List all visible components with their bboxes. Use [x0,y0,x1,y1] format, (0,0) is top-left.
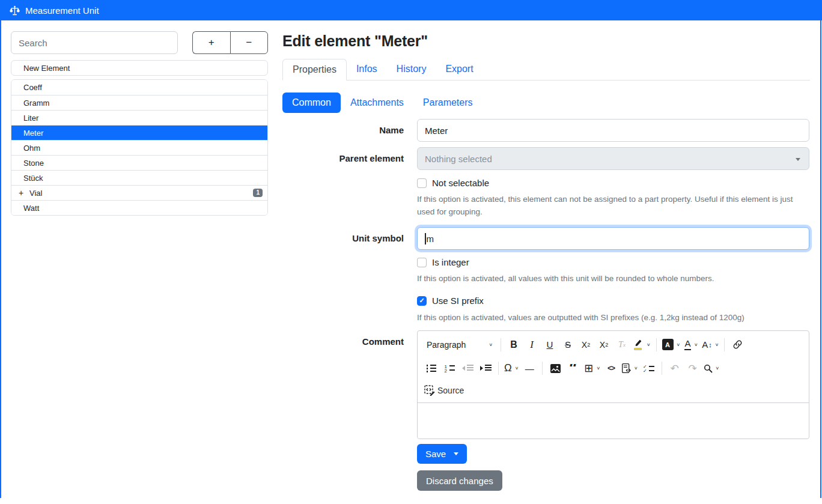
superscript-base: X [600,340,605,350]
tree-item-stone[interactable]: Stone [11,155,267,170]
toolbar-separator [662,362,662,375]
code-block-icon [622,363,631,373]
tree-item-vial[interactable]: + Vial 1 [11,185,267,200]
superscript-digit: 2 [605,342,608,348]
discard-changes-button[interactable]: Discard changes [417,470,502,491]
collapse-all-button[interactable]: − [230,31,269,54]
remove-format-icon[interactable]: Tx [615,336,629,353]
tree-item-label: Stück [23,174,43,183]
toolbar-separator [501,338,501,351]
paragraph-format-dropdown[interactable]: Paragraph ∨ [424,336,495,353]
chevron-down-icon: ∨ [716,366,720,371]
not-selectable-checkbox[interactable] [417,178,427,188]
unit-symbol-label: Unit symbol [282,227,417,250]
horizontal-line-icon[interactable]: — [522,360,537,377]
code-block-dropdown[interactable]: ∨ [622,360,638,377]
superscript-icon[interactable]: X2 [597,336,611,353]
todo-list-icon[interactable]: ✓✓ [642,360,656,377]
toolbar-separator [498,362,499,375]
not-selectable-row: Not selectable [417,178,809,188]
tree-item-label: Stone [23,159,44,168]
tab-history[interactable]: History [387,59,436,80]
highlight-dropdown[interactable]: ∨ [633,336,651,353]
save-dropdown-caret-icon[interactable] [454,452,458,455]
comment-editable-area[interactable] [418,403,809,439]
redo-icon[interactable]: ↷ [686,360,700,377]
insert-image-icon[interactable] [548,360,562,377]
tree-item-ohm[interactable]: Ohm [11,140,267,155]
is-integer-checkbox[interactable] [417,258,427,267]
use-si-prefix-help: If this option is activated, values are … [417,311,809,324]
tree-item-stueck[interactable]: Stück [11,170,267,185]
underline-icon[interactable]: U [543,336,557,353]
unit-symbol-input[interactable]: m [417,227,809,250]
source-button[interactable]: Source [422,385,466,396]
edit-form: Name Parent element Nothing selected Not… [282,119,810,491]
expand-all-button[interactable]: + [192,31,230,54]
not-selectable-help: If this option is activated, this elemen… [417,193,809,218]
link-icon[interactable] [730,336,744,353]
check-glyph: ✓ [643,369,648,373]
subtab-parameters[interactable]: Parameters [413,93,483,113]
blockquote-icon[interactable]: “ [566,364,580,372]
use-si-prefix-label: Use SI prefix [432,296,484,306]
chevron-down-icon: ∨ [715,342,719,347]
bulleted-list-icon[interactable] [424,360,439,377]
parent-element-label: Parent element [282,147,417,170]
insert-table-dropdown[interactable]: ⊞ ∨ [584,360,600,377]
search-input[interactable] [11,31,178,54]
inline-code-icon[interactable]: <> [604,360,618,377]
font-color-dropdown[interactable]: A ∨ [684,336,698,353]
numbered-list-icon[interactable]: 12 [442,360,457,377]
tab-infos[interactable]: Infos [347,59,387,80]
name-input[interactable] [417,119,809,142]
use-si-prefix-row: Use SI prefix [417,296,809,306]
tab-properties[interactable]: Properties [282,59,347,80]
expand-icon[interactable]: + [19,189,29,197]
tree-item-coeff[interactable]: Coeff [11,80,267,95]
comment-editor: Paragraph ∨ B I U S X2 X2 Tx [417,330,809,439]
page-title: Edit element "Meter" [282,32,810,50]
editor-toolbar: Paragraph ∨ B I U S X2 X2 Tx [418,331,809,403]
italic-icon[interactable]: I [525,336,539,353]
table-icon: ⊞ [584,362,593,375]
bold-icon[interactable]: B [507,336,521,353]
comment-label: Comment [282,330,417,353]
find-replace-dropdown[interactable]: ∨ [704,360,720,377]
font-color-icon: A [684,339,691,350]
special-characters-dropdown[interactable]: Ω ∨ [504,360,519,377]
font-background-dropdown[interactable]: A ∨ [662,336,681,353]
tree-item-liter[interactable]: Liter [11,110,267,125]
toolbar-separator [724,338,725,351]
is-integer-label: Is integer [432,257,469,267]
unit-symbol-value: m [427,234,434,244]
subscript-icon[interactable]: X2 [579,336,593,353]
tab-bar: Properties Infos History Export [282,59,810,80]
toolbar-separator [542,362,543,375]
indent-icon[interactable] [478,360,493,377]
strikethrough-icon[interactable]: S [561,336,575,353]
font-size-dropdown[interactable]: A ↕ ∨ [702,336,719,353]
tree-item-meter-selected[interactable]: Meter [11,125,267,140]
child-count-badge: 1 [253,189,263,197]
tree-item-gramm[interactable]: Gramm [11,95,267,110]
sidebar-item-new-element[interactable]: New Element [11,60,268,76]
save-button[interactable]: Save [417,444,467,464]
chevron-down-icon: ∨ [677,342,681,347]
chevron-down-icon: ∨ [515,366,519,371]
tree-item-label: Vial [29,189,42,198]
tree-item-label: Meter [23,129,43,138]
use-si-prefix-checkbox[interactable] [417,296,427,306]
outdent-icon[interactable] [460,360,475,377]
subtab-common[interactable]: Common [282,93,341,113]
save-label: Save [425,449,446,459]
undo-icon[interactable]: ↶ [668,360,682,377]
chevron-down-icon: ∨ [489,342,493,347]
window-left-accent [0,20,1,498]
parent-element-select[interactable]: Nothing selected [417,147,809,170]
tree-item-watt[interactable]: Watt [11,200,267,215]
tree-item-label: Liter [23,114,38,123]
main-panel: Edit element "Meter" Properties Infos Hi… [282,29,810,491]
tab-export[interactable]: Export [436,59,483,80]
subtab-attachments[interactable]: Attachments [341,93,413,113]
